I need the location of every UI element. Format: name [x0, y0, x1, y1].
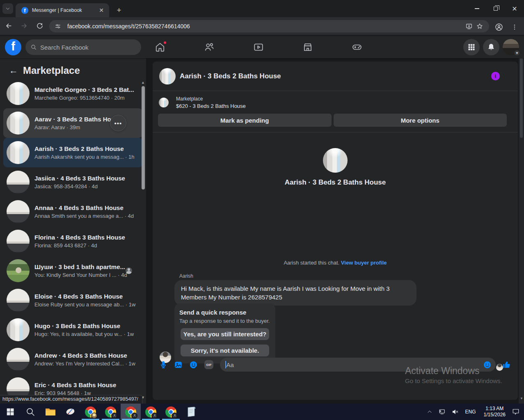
chat-intro-avatar	[323, 148, 348, 173]
more-options-button[interactable]: More options	[334, 114, 507, 127]
message-bubble: Hi Mack, is this available My name is Aa…	[174, 280, 416, 306]
sidebar-scrollbar[interactable]	[142, 86, 145, 189]
conversation-title: Hugo · 3 Beds 2 Baths House	[34, 322, 140, 329]
mark-as-pending-button[interactable]: Mark as pending	[158, 114, 332, 127]
scroll-down-icon[interactable]: ▼	[520, 397, 523, 400]
clock[interactable]: 1:13 AM 1/15/2026	[481, 406, 508, 418]
emoji-icon[interactable]	[483, 361, 492, 369]
chat-avatar[interactable]	[159, 68, 176, 84]
nav-marketplace-tab[interactable]	[302, 42, 313, 52]
action-center-icon[interactable]	[511, 404, 521, 420]
taskbar-chrome-1[interactable]	[80, 404, 101, 420]
nav-home-tab[interactable]	[155, 42, 165, 52]
taskbar-chrome-5[interactable]	[161, 404, 181, 420]
listing-avatar	[7, 348, 30, 371]
site-settings-icon[interactable]	[53, 21, 63, 32]
facebook-header: f	[0, 36, 524, 58]
window-close-button[interactable]: ✕	[505, 0, 524, 17]
screen: f Messenger | Facebook ✕ + ✕ facebook.co…	[0, 0, 524, 420]
conversation-preview: You: Kindly Send Your Number I ... · 4d	[34, 272, 140, 278]
conversation-title: Jasiica · 4 Beds 3 Baths House	[34, 175, 140, 182]
taskbar-chrome-3-active[interactable]	[121, 404, 141, 420]
install-app-icon[interactable]	[464, 21, 474, 32]
browser-profile-icon[interactable]	[492, 20, 506, 34]
taskbar-chrome-4[interactable]	[141, 404, 161, 420]
window-restore-button[interactable]	[486, 0, 505, 17]
link-status-bar: https://www.facebook.com/messages/t/1240…	[0, 395, 142, 404]
forward-button[interactable]	[17, 19, 31, 33]
attach-image-icon[interactable]	[174, 361, 183, 369]
conversation-preview: Eloise Ruby sent you a message ab... · 1…	[34, 301, 140, 308]
bookmark-star-icon[interactable]	[474, 21, 485, 32]
conversation-item[interactable]: Aarish · 3 Beds 2 Baths House Aarish Aak…	[3, 138, 143, 167]
search-input[interactable]	[40, 44, 130, 51]
start-button[interactable]	[0, 404, 20, 420]
network-icon[interactable]	[437, 404, 447, 420]
tab-search-icon[interactable]	[2, 3, 13, 14]
quick-response-option-sorry[interactable]: Sorry, it's not available.	[181, 345, 269, 356]
chat-started-note: Aarish started this chat. View buyer pro…	[153, 260, 518, 266]
conversation-title: Eloise · 4 Beds 3 Baths House	[34, 293, 140, 300]
back-arrow-icon[interactable]: ←	[9, 65, 21, 76]
view-buyer-profile-link[interactable]: View buyer profile	[341, 260, 387, 266]
language-indicator[interactable]: ENG	[463, 409, 478, 415]
conversation-item[interactable]: Marchelle Gorgeo · 3 Beds 2 Bat... March…	[3, 79, 143, 108]
conversation-item[interactable]: Eloise · 4 Beds 3 Baths House Eloise Rub…	[3, 285, 143, 315]
conversation-menu-icon[interactable]: •••	[110, 115, 126, 131]
nav-watch-tab[interactable]	[253, 42, 264, 52]
quick-response-subtitle: Tap a response to send it to the buyer.	[179, 318, 270, 324]
conversation-title: Florina · 4 Beds 3 Baths House	[34, 234, 140, 241]
conversation-item[interactable]: Hugo · 3 Beds 2 Baths House Hugo: Yes, i…	[3, 315, 143, 345]
conversation-preview: Florina: 859 443 6827 · 4d	[34, 242, 140, 249]
conversation-preview: Aarish Aakarshk sent you a messag... · 1…	[34, 154, 140, 160]
windows-taskbar: ENG 1:13 AM 1/15/2026	[0, 404, 524, 420]
profile-avatar[interactable]: ▼	[503, 39, 519, 55]
file-explorer-icon[interactable]	[40, 404, 60, 420]
url-text: facebook.com/messages/t/2576358274661400…	[67, 23, 464, 30]
nav-gaming-tab[interactable]	[352, 42, 362, 52]
nav-friends-tab[interactable]	[204, 42, 215, 52]
browser-titlebar: f Messenger | Facebook ✕ + ✕	[0, 0, 524, 17]
message-sender-name: Aarish	[179, 273, 193, 279]
quick-response-title: Send a quick response	[179, 309, 270, 316]
browser-menu-icon[interactable]	[508, 20, 522, 34]
facebook-logo[interactable]: f	[5, 39, 21, 55]
listing-avatar	[7, 230, 30, 253]
gif-icon[interactable]: GIF	[204, 360, 213, 369]
taskbar-search-icon[interactable]	[20, 404, 40, 420]
conversation-item[interactable]: Jasiica · 4 Beds 3 Baths House Jasiica: …	[3, 167, 143, 197]
browser-tab[interactable]: f Messenger | Facebook ✕	[16, 3, 109, 17]
tray-expand-icon[interactable]	[425, 404, 435, 420]
conversation-item[interactable]: Andrew · 4 Beds 3 Baths House Andrew: Ye…	[3, 345, 143, 374]
text-caret	[225, 361, 226, 368]
snipping-tool-icon[interactable]	[60, 404, 80, 420]
volume-muted-icon[interactable]	[450, 404, 460, 420]
conversation-item[interactable]: Annaa · 4 Beds 3 Baths House Annaa Smith…	[3, 197, 143, 226]
quick-response-option-yes[interactable]: Yes, are you still interested?	[181, 328, 269, 340]
info-icon[interactable]: i	[491, 72, 500, 80]
listing-avatar	[7, 171, 30, 194]
conversation-item[interactable]: Florina · 4 Beds 3 Baths House Florina: …	[3, 226, 143, 256]
notifications-bell-icon[interactable]	[483, 39, 499, 55]
thumbs-up-icon[interactable]	[502, 360, 511, 369]
listing-avatar	[7, 318, 30, 341]
voice-clip-icon[interactable]	[159, 361, 167, 369]
back-button[interactable]	[2, 19, 16, 33]
window-minimize-button[interactable]	[467, 0, 486, 17]
sticker-icon[interactable]	[189, 361, 198, 369]
url-bar[interactable]: facebook.com/messages/t/2576358274661400…	[49, 20, 489, 32]
message-input[interactable]: Aa	[220, 358, 496, 372]
conversation-item[interactable]: Aarav · 3 Beds 2 Baths House Aarav: Aara…	[3, 108, 143, 138]
sidebar-scroll-up-icon[interactable]: ▲	[141, 80, 145, 84]
conversation-title: Marchelle Gorgeo · 3 Beds 2 Bat...	[34, 86, 140, 93]
page-scrollbar[interactable]: ▲ ▼	[519, 36, 524, 404]
apps-menu-icon[interactable]	[463, 39, 480, 55]
new-tab-button[interactable]: +	[113, 5, 125, 16]
notepad-icon[interactable]	[181, 404, 201, 420]
facebook-search[interactable]	[25, 39, 141, 55]
listing-avatar	[7, 112, 30, 135]
tab-close-icon[interactable]: ✕	[98, 7, 105, 14]
taskbar-chrome-2[interactable]	[101, 404, 121, 420]
reload-button[interactable]	[33, 19, 47, 33]
conversation-item[interactable]: Шуши · 3 bed 1 bath apartme... You: Kind…	[3, 256, 143, 285]
